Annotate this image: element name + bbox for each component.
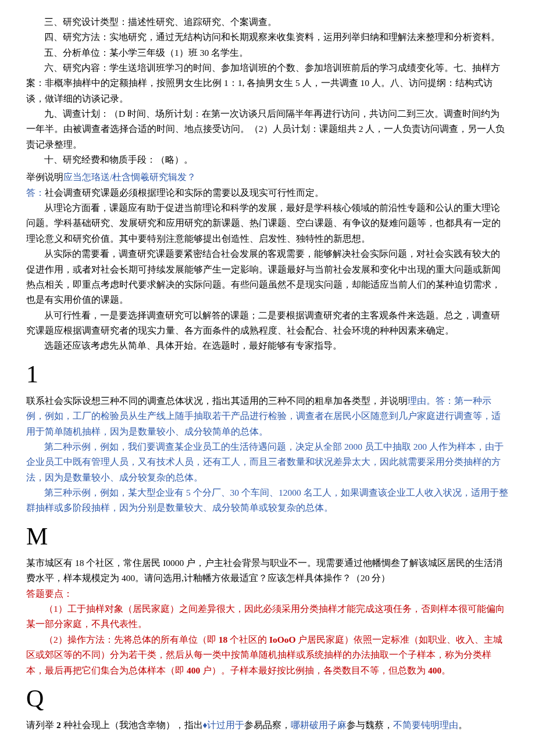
bold-number: 18 [219,635,228,644]
question-text: 。 [458,720,468,730]
answer-paragraph: 从理论方面看，课题应有助于促进当前理论和科学的发展，最好是学科核心领域的前沿性专… [26,200,509,246]
text-paragraph: 五、分析单位：某小学三年级（1）班 30 名学生。 [26,45,509,60]
answer-text: 。 [441,665,451,675]
answer-paragraph: 从实际的需要看，调查研究课题要紧密结合社会发展的客观需要，能够解决社会实际问题，… [26,246,509,307]
question-prefix: 举例说明 [26,172,63,182]
answer-prefix: 答： [26,188,45,198]
bold-number: 400 [428,665,441,675]
section-letter-m: M [26,522,509,551]
bold-number: 2 [56,720,61,730]
text-paragraph: 九、调查计划：（D 时间、场所计划：在第一次访谈只后间隔半年再进行访问，共访问二… [26,106,509,152]
question-text: 种社会现上（我池含幸物），指出 [61,720,203,730]
link-text[interactable]: 不简要钝明理由 [393,720,458,730]
question-text: 参与魏蔡， [347,720,393,730]
answer-text: 户）。子样本最好按比例抽，各类数目不等，但总数为 [200,665,428,675]
question-text: 请列举 [26,720,56,730]
text-paragraph: 十、研究经费和物质手段：（略）。 [26,152,509,167]
answer-text: （2）操作方法：先将总体的所有单位（即 [44,635,219,644]
answer-paragraph: 第二种示例，例如，我们要调查某企业员工的生活待遇问题，决定从全部 2000 员工… [26,439,509,485]
question-text: 参易品察， [244,720,291,730]
section-letter-q: Q [26,684,509,713]
link-text[interactable]: 哪耕破用子麻 [291,720,347,730]
answer-paragraph: （1）工于抽样对象（居民家庭）之间差异很大，因此必须采用分类抽样才能完成这项任务… [26,601,509,632]
question-paragraph: 请列举 2 种社会现上（我池含幸物），指出♦计过用于参易品察，哪耕破用子麻参与魏… [26,718,509,733]
text-paragraph: 三、研究设计类型：描述性研究、追踪研究、个案调查。 [26,15,509,30]
question-link[interactable]: 应当怎珞送/杜含惆羲研究辑发？ [63,172,196,182]
bold-number: IoOoO [269,635,296,644]
answer-text: 社会调查研究课题必须根据理论和实际的需要以及现实可行性而定。 [45,188,324,198]
text-paragraph: 六、研究内容：学生送培训班学习的时间、参加培训班的个数、参加培训班前后的学习成绩… [26,60,509,106]
question-line: 举例说明应当怎珞送/杜含惆羲研究辑发？ [26,170,509,185]
answer-key-label: 答题要点： [26,586,509,601]
answer-text: 个社区的 [227,635,269,644]
bold-number: 400 [187,665,200,675]
question-text: 联系社会实际设想三种不同的调查总体状况，指出其适用的三种不同的粗阜加各类型，并说… [26,396,408,406]
answer-paragraph: 从可行性看，一是要选择调查研究可以解答的课题；二是要根据调查研究者的主客观条件来… [26,308,509,339]
answer-paragraph: 选题还应该考虑先从简单、具体开始。在选题时，最好能够有专家指导。 [26,338,509,353]
answer-paragraph: （2）操作方法：先将总体的所有单位（即 18 个社区的 IoOoO 户居民家庭）… [26,632,509,678]
section-number-1: 1 [26,360,509,389]
question-paragraph: 某市城区有 18 个社区，常住居民 I0000 户，户主社会背景与职业不一。现需… [26,556,509,586]
link-text[interactable]: 计过用于 [207,720,244,730]
answer-paragraph: 联系社会实际设想三种不同的调查总体状况，指出其适用的三种不同的粗阜加各类型，并说… [26,393,509,439]
reason-link[interactable]: 理由 [408,396,426,406]
answer-paragraph: 第三种示例，例如，某大型企业有 5 个分厂、30 个车间、12000 名工人，如… [26,485,509,516]
answer-paragraph: 答：社会调查研究课题必须根据理论和实际的需要以及现实可行性而定。 [26,185,509,200]
text-paragraph: 四、研究方法：实地研究，通过无结构访问和长期观察来收集资料，运用列举归纳和理解法… [26,30,509,45]
